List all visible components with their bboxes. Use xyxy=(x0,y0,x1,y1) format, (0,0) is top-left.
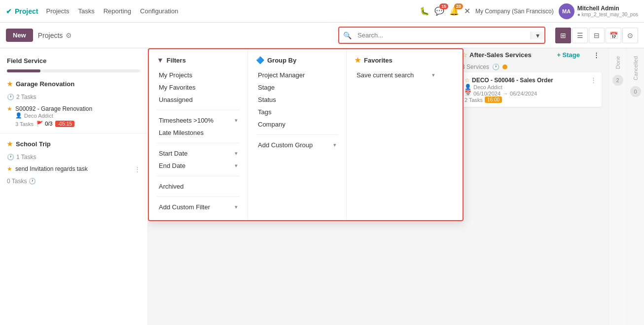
app-logo[interactable]: ✔ Project xyxy=(6,7,38,15)
search-dropdown-panel: ▼ Filters My Projects My Favorites Unass… xyxy=(148,48,464,221)
star-icon: ★ xyxy=(7,80,13,88)
filter-my-projects[interactable]: My Projects xyxy=(157,69,240,81)
aftersales-kebab-icon[interactable]: ⋮ xyxy=(593,51,600,59)
groupby-section: 🔷 Group By Project Manager Stage Status … xyxy=(248,49,346,220)
task-title-invitation: send Invitation regards task xyxy=(15,165,131,172)
order-card[interactable]: ☆ DECO - S00046 - Sales Order ⋮ 👤 Deco A… xyxy=(460,72,602,107)
nav-reporting[interactable]: Reporting xyxy=(104,7,131,15)
project-name-school: School Trip xyxy=(16,140,51,148)
view-icons: ⊞ ☰ ⊟ 📅 ⊙ xyxy=(555,28,638,43)
nav-tasks[interactable]: Tasks xyxy=(78,7,94,15)
filter-timesheets[interactable]: Timesheets >100% ▾ xyxy=(157,114,240,127)
project-item-garage[interactable]: ★ Garage Renovation xyxy=(0,76,147,92)
groupby-add-custom[interactable]: Add Custom Group ▾ xyxy=(256,139,338,151)
nav-configuration[interactable]: Configuration xyxy=(140,7,178,15)
filter-my-favorites[interactable]: My Favorites xyxy=(157,81,240,94)
order-kebab-icon[interactable]: ⋮ xyxy=(590,76,597,84)
favorites-save-search[interactable]: Save current search ▾ xyxy=(355,69,437,81)
filters-title: ▼ Filters xyxy=(157,56,240,64)
chevron-right-icon-4: ▾ xyxy=(235,204,238,210)
groupby-tags[interactable]: Tags xyxy=(256,106,338,118)
cancelled-count: 0 xyxy=(630,86,641,97)
kebab-menu-icon[interactable]: ⋮ xyxy=(134,165,141,173)
favorites-section: ★ Favorites Save current search ▾ xyxy=(346,49,445,220)
star-icon: ★ xyxy=(7,140,13,148)
new-button[interactable]: New xyxy=(6,29,33,42)
top-navbar: ✔ Project Projects Tasks Reporting Confi… xyxy=(0,0,644,23)
view-activity-btn[interactable]: ⊙ xyxy=(622,28,638,43)
avatar-initials: MA xyxy=(562,8,571,14)
search-input[interactable] xyxy=(356,28,531,43)
cross-btn[interactable]: ✕ xyxy=(464,6,470,16)
progress-bar-wrap xyxy=(0,68,147,76)
task-meta-label: 3 Tasks xyxy=(15,121,34,127)
logo-check: ✔ xyxy=(6,7,12,15)
order-tasks-row: 2 Tasks 16:00 xyxy=(465,97,597,103)
time-badge-order: 16:00 xyxy=(485,97,502,103)
chat-badge: 15 xyxy=(439,3,448,9)
notification-btn[interactable]: 🔔 28 xyxy=(449,6,459,16)
view-list-btn[interactable]: ☰ xyxy=(572,28,588,43)
project-item-school[interactable]: ★ School Trip xyxy=(0,136,147,152)
nav-links: Projects Tasks Reporting Configuration xyxy=(46,7,178,15)
status-dot-orange xyxy=(502,65,507,69)
services-count: 3 Services 🕐 xyxy=(457,62,605,72)
bug-icon-btn[interactable]: 🐛 xyxy=(420,6,429,16)
filters-icon: ▼ xyxy=(157,56,164,64)
breadcrumb: Projects ⚙ xyxy=(38,32,72,39)
groupby-company[interactable]: Company xyxy=(256,118,338,130)
chevron-right-icon-2: ▾ xyxy=(235,150,238,157)
task-count-0: 0 Tasks 🕐 xyxy=(0,176,147,187)
view-kanban-btn[interactable]: ⊞ xyxy=(555,28,571,43)
task-star-icon: ★ xyxy=(7,105,12,112)
list-item[interactable]: ★ S00092 - Garage Renovation 👤 Deco Addi… xyxy=(0,102,147,130)
favorites-icon: ★ xyxy=(355,56,361,64)
nav-icons: 🐛 💬 15 🔔 28 ✕ My Company (San Francisco)… xyxy=(420,3,638,19)
logo-text: Project xyxy=(15,7,38,15)
search-icon: 🔍 xyxy=(339,32,356,39)
left-panel: Field Service ★ Garage Renovation 🕐 2 Ta… xyxy=(0,48,148,325)
progress-bar-fill xyxy=(7,69,40,72)
filter-unassigned[interactable]: Unassigned xyxy=(157,94,240,106)
task-count-garage: 🕐 2 Tasks xyxy=(0,92,147,102)
chat-btn[interactable]: 💬 15 xyxy=(434,6,444,16)
chevron-right-icon-6: ▾ xyxy=(432,72,435,78)
toolbar: New Projects ⚙ 🔍 ▾ ⊞ ☰ ⊟ 📅 ⊙ xyxy=(0,23,644,48)
groupby-stage[interactable]: Stage xyxy=(256,81,338,94)
done-count: 2 xyxy=(612,75,623,86)
list-item-invitation[interactable]: ★ send Invitation regards task ⋮ xyxy=(0,162,147,176)
aftersales-header: ☆ After-Sales Services ⋮ xyxy=(457,48,605,62)
groupby-status[interactable]: Status xyxy=(256,94,338,106)
filter-late-milestones[interactable]: Late Milestones xyxy=(157,127,240,139)
aftersales-title: After-Sales Services xyxy=(469,51,532,59)
calendar-icon-order: 📅 xyxy=(465,90,471,97)
task-title: S00092 - Garage Renovation xyxy=(15,105,141,112)
clock-icon-3: 🕐 xyxy=(29,178,36,185)
filter-start-date[interactable]: Start Date ▾ xyxy=(157,147,240,160)
view-calendar-btn[interactable]: 📅 xyxy=(606,28,621,43)
done-column: Done 2 xyxy=(608,48,626,325)
nav-projects[interactable]: Projects xyxy=(46,7,69,15)
chevron-right-icon-5: ▾ xyxy=(333,142,336,148)
add-stage-btn[interactable]: + Stage xyxy=(557,51,580,59)
bug-icon: 🐛 xyxy=(420,6,429,16)
user-name: Mitchell Admin xyxy=(577,5,638,12)
done-label: Done xyxy=(615,53,621,72)
notif-badge: 28 xyxy=(454,3,463,9)
search-dropdown-btn[interactable]: ▾ xyxy=(531,32,544,39)
gear-icon[interactable]: ⚙ xyxy=(66,32,72,39)
view-table-btn[interactable]: ⊟ xyxy=(589,28,605,43)
filter-archived[interactable]: Archived xyxy=(157,180,240,193)
cancelled-label: Cancelled xyxy=(633,53,639,83)
filter-add-custom[interactable]: Add Custom Filter ▾ xyxy=(157,201,240,213)
time-badge: -05:15 xyxy=(55,121,74,127)
groupby-title: 🔷 Group By xyxy=(256,56,338,64)
filter-end-date[interactable]: End Date ▾ xyxy=(157,160,240,172)
main-content: Field Service ★ Garage Renovation 🕐 2 Ta… xyxy=(0,48,644,325)
task-count-school: 🕐 1 Tasks xyxy=(0,152,147,162)
groupby-project-manager[interactable]: Project Manager xyxy=(256,69,338,81)
groupby-icon: 🔷 xyxy=(256,56,264,64)
progress-bar xyxy=(7,69,141,72)
clock-icon-aftersales: 🕐 xyxy=(492,64,500,70)
aftersales-column: ☆ After-Sales Services ⋮ 3 Services 🕐 ☆ … xyxy=(457,48,605,110)
